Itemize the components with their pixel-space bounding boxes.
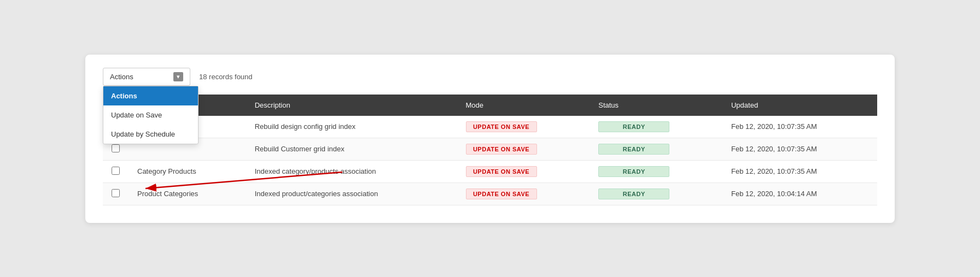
header-description-col: Description — [246, 95, 457, 116]
row-description-cell: Indexed category/products association — [246, 160, 457, 182]
dropdown-item-update-on-save[interactable]: Update on Save — [103, 105, 198, 125]
row-checkbox-cell — [103, 160, 129, 182]
table-body: Rebuild design config grid indexUPDATE O… — [103, 116, 877, 205]
row-name-cell: Product Categories — [129, 182, 246, 205]
table-header: Description Mode Status Updated — [103, 95, 877, 116]
row-status-cell: READY — [590, 160, 722, 182]
main-card: Actions ▾ Actions Update on Save Update … — [85, 55, 895, 223]
row-updated-cell: Feb 12, 2020, 10:07:35 AM — [722, 160, 877, 182]
row-updated-cell: Feb 12, 2020, 10:07:35 AM — [722, 116, 877, 138]
row-description-cell: Rebuild design config grid index — [246, 116, 457, 138]
dropdown-menu: Actions Update on Save Update by Schedul… — [103, 86, 199, 144]
actions-button[interactable]: Actions ▾ — [103, 68, 190, 86]
row-mode-cell: UPDATE ON SAVE — [457, 138, 590, 160]
row-checkbox-cell — [103, 182, 129, 205]
row-mode-cell: UPDATE ON SAVE — [457, 116, 590, 138]
actions-dropdown[interactable]: Actions ▾ Actions Update on Save Update … — [103, 68, 190, 86]
table-row: Rebuild design config grid indexUPDATE O… — [103, 116, 877, 138]
row-status-cell: READY — [590, 182, 722, 205]
table-row: Category ProductsIndexed category/produc… — [103, 160, 877, 182]
header-mode-col: Mode — [457, 95, 590, 116]
row-mode-cell: UPDATE ON SAVE — [457, 160, 590, 182]
row-checkbox[interactable] — [112, 167, 120, 175]
chevron-down-icon: ▾ — [173, 72, 183, 81]
mode-badge: UPDATE ON SAVE — [466, 121, 537, 132]
dropdown-item-update-by-schedule[interactable]: Update by Schedule — [103, 125, 198, 144]
row-checkbox[interactable] — [112, 189, 120, 197]
actions-label: Actions — [110, 73, 133, 81]
header-updated-col: Updated — [722, 95, 877, 116]
index-table: Description Mode Status Updated Rebuild … — [103, 95, 877, 205]
mode-badge: UPDATE ON SAVE — [466, 166, 537, 177]
status-badge: READY — [598, 144, 669, 155]
row-checkbox[interactable] — [112, 144, 120, 152]
row-status-cell: READY — [590, 116, 722, 138]
row-status-cell: READY — [590, 138, 722, 160]
records-count: 18 records found — [199, 73, 253, 81]
table-wrap: Description Mode Status Updated Rebuild … — [103, 95, 877, 205]
mode-badge: UPDATE ON SAVE — [466, 144, 537, 155]
table-row: Rebuild Customer grid indexUPDATE ON SAV… — [103, 138, 877, 160]
status-badge: READY — [598, 166, 669, 177]
mode-badge: UPDATE ON SAVE — [466, 188, 537, 199]
row-description-cell: Rebuild Customer grid index — [246, 138, 457, 160]
row-updated-cell: Feb 12, 2020, 10:07:35 AM — [722, 138, 877, 160]
status-badge: READY — [598, 188, 669, 199]
header-status-col: Status — [590, 95, 722, 116]
row-name-cell: Category Products — [129, 160, 246, 182]
dropdown-item-actions[interactable]: Actions — [103, 86, 198, 105]
row-mode-cell: UPDATE ON SAVE — [457, 182, 590, 205]
table-row: Product CategoriesIndexed product/catego… — [103, 182, 877, 205]
row-description-cell: Indexed product/categories association — [246, 182, 457, 205]
status-badge: READY — [598, 121, 669, 132]
row-updated-cell: Feb 12, 2020, 10:04:14 AM — [722, 182, 877, 205]
toolbar: Actions ▾ Actions Update on Save Update … — [103, 68, 877, 86]
